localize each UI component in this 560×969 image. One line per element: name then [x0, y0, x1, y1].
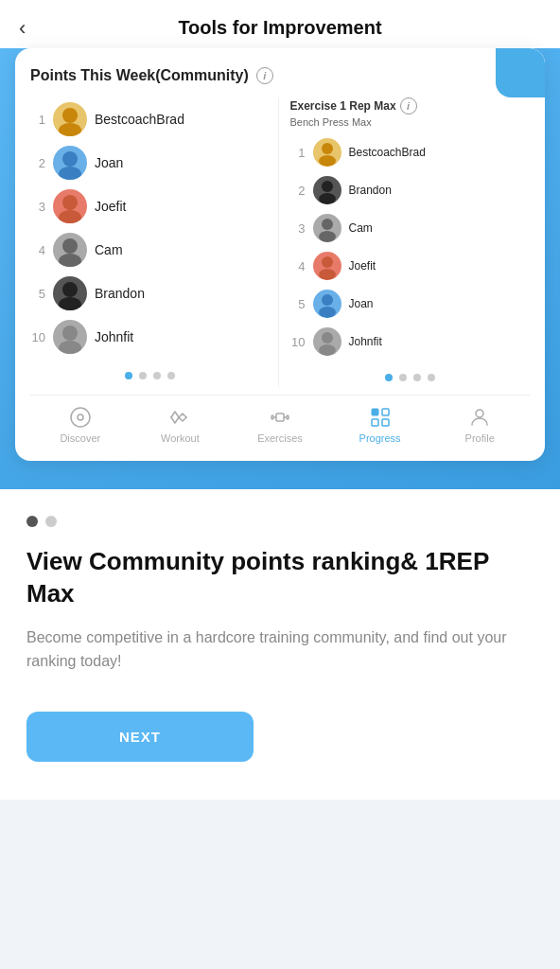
exercises-icon	[268, 405, 292, 430]
slide-dot-1	[26, 516, 38, 527]
slide-indicators	[26, 516, 534, 527]
exercise-leaderboard: Exercise 1 Rep Max i Bench Press Max 1 B…	[278, 97, 531, 387]
list-item: 1 BestcoachBrad	[290, 133, 531, 171]
dot-3	[413, 374, 421, 381]
svg-point-25	[78, 414, 83, 420]
progress-icon	[368, 405, 393, 430]
avatar	[53, 102, 87, 136]
avatar	[53, 189, 87, 223]
svg-point-1	[59, 123, 81, 136]
svg-point-24	[71, 408, 90, 427]
dot-3	[153, 372, 161, 379]
next-button[interactable]: NEXT	[26, 712, 254, 762]
list-item: 1 BestcoachBrad	[30, 97, 271, 141]
nav-item-exercises[interactable]: Exercises	[254, 405, 306, 444]
svg-point-22	[322, 332, 333, 344]
list-item: 5 Brandon	[30, 272, 271, 315]
list-item: 3 Cam	[290, 209, 531, 247]
lower-section: View Community points ranking& 1REP Max …	[0, 489, 560, 800]
points-section-title: Points This Week(Community)	[30, 67, 249, 84]
list-item: 3 Joefit	[30, 185, 271, 228]
nav-item-discover[interactable]: Discover	[54, 405, 106, 444]
svg-point-11	[59, 341, 81, 354]
nav-item-workout[interactable]: Workout	[154, 405, 206, 444]
svg-point-6	[62, 238, 78, 254]
dot-2	[139, 372, 147, 379]
svg-point-35	[476, 410, 483, 417]
svg-point-16	[322, 219, 333, 230]
avatar	[313, 138, 341, 167]
exercise-subtitle: Bench Press Max	[290, 116, 531, 128]
workout-icon	[167, 405, 192, 430]
dot-2	[399, 374, 407, 381]
right-dots	[290, 374, 531, 387]
svg-point-14	[322, 181, 333, 192]
leaderboard-card: Points This Week(Community) i 1 Bestcoac…	[15, 48, 545, 461]
nav-label-progress: Progress	[359, 432, 401, 444]
dot-4	[428, 374, 435, 381]
card-corner-decoration	[496, 48, 545, 97]
exercise-header: Exercise 1 Rep Max i Bench Press Max	[290, 97, 531, 128]
svg-point-4	[62, 195, 78, 210]
avatar	[313, 214, 341, 242]
bottom-navigation: Discover Workout	[30, 395, 530, 449]
list-item: 2 Brandon	[290, 171, 531, 209]
main-description: Become competitive in a hardcore trainin…	[26, 625, 534, 674]
svg-rect-27	[287, 415, 289, 419]
svg-point-3	[59, 167, 81, 180]
main-heading: View Community points ranking& 1REP Max	[26, 546, 534, 610]
dot-1	[385, 374, 393, 381]
blue-background-section: Points This Week(Community) i 1 Bestcoac…	[0, 48, 560, 489]
nav-label-discover: Discover	[60, 432, 100, 444]
nav-label-exercises: Exercises	[257, 432, 303, 444]
svg-point-10	[62, 326, 78, 341]
avatar	[53, 233, 87, 267]
dot-1	[125, 372, 132, 379]
list-item: 4 Joefit	[290, 247, 531, 285]
svg-point-0	[62, 108, 78, 123]
left-dots	[30, 372, 271, 385]
exercise-info-icon[interactable]: i	[400, 97, 417, 115]
svg-point-9	[59, 297, 81, 310]
svg-rect-30	[276, 414, 284, 421]
nav-item-profile[interactable]: Profile	[454, 405, 506, 444]
svg-point-5	[59, 210, 81, 223]
svg-rect-26	[271, 415, 273, 419]
avatar	[53, 276, 87, 310]
svg-rect-32	[382, 409, 389, 415]
discover-icon	[68, 405, 93, 430]
svg-point-17	[319, 231, 336, 242]
info-icon[interactable]: i	[256, 67, 273, 84]
header: ‹ Tools for Improvement	[0, 0, 560, 48]
svg-point-2	[62, 151, 78, 167]
list-item: 10 Johnfit	[30, 315, 271, 359]
svg-point-21	[319, 307, 336, 318]
nav-item-progress[interactable]: Progress	[354, 405, 406, 444]
avatar	[313, 176, 341, 204]
card-columns: 1 BestcoachBrad 2 Joan 3	[30, 97, 530, 387]
svg-point-7	[59, 254, 81, 267]
dot-4	[167, 372, 175, 379]
svg-point-18	[322, 256, 333, 268]
list-item: 5 Joan	[290, 285, 531, 323]
svg-rect-34	[382, 419, 389, 426]
back-button[interactable]: ‹	[19, 16, 26, 41]
card-header: Points This Week(Community) i	[30, 67, 530, 84]
slide-dot-2	[45, 516, 57, 527]
nav-label-profile: Profile	[465, 432, 495, 444]
svg-point-8	[62, 282, 78, 297]
avatar	[313, 252, 341, 280]
list-item: 4 Cam	[30, 228, 271, 272]
avatar	[53, 320, 87, 354]
profile-icon	[467, 405, 492, 430]
svg-point-12	[322, 143, 333, 154]
exercise-title: Exercise 1 Rep Max	[290, 99, 396, 113]
svg-point-13	[319, 155, 336, 167]
svg-rect-31	[372, 409, 378, 415]
page-title: Tools for Improvement	[178, 17, 381, 39]
points-leaderboard: 1 BestcoachBrad 2 Joan 3	[30, 97, 278, 387]
list-item: 2 Joan	[30, 141, 271, 185]
svg-point-15	[319, 193, 336, 204]
svg-point-19	[319, 269, 336, 280]
nav-label-workout: Workout	[161, 432, 200, 444]
